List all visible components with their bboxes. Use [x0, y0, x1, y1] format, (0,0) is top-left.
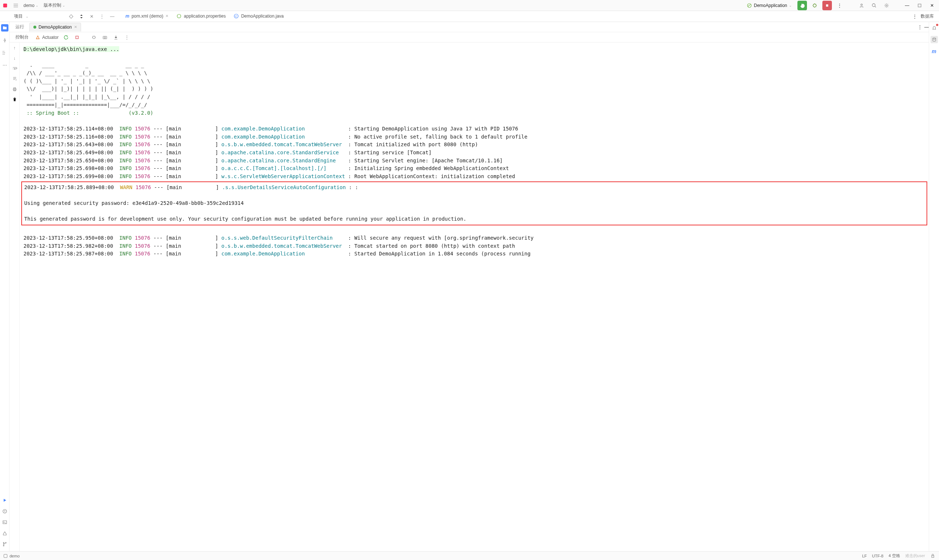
svg-point-4: [861, 4, 862, 5]
svg-rect-21: [14, 88, 15, 89]
console-tab[interactable]: 控制台: [12, 32, 32, 42]
chevron-down-icon: ⌄: [789, 4, 792, 7]
svg-point-6: [886, 5, 887, 6]
status-line-ending[interactable]: LF: [862, 554, 867, 558]
run-tab-label: DemoApplication: [39, 25, 72, 30]
git-icon[interactable]: [2, 541, 8, 548]
actuator-tab[interactable]: Actuator: [35, 35, 59, 40]
tab-label: DemoApplication.java: [241, 14, 284, 19]
svg-point-23: [933, 38, 936, 39]
search-icon[interactable]: [869, 1, 879, 10]
terminal-icon[interactable]: [2, 519, 8, 526]
stop-button[interactable]: [822, 1, 832, 10]
project-tool-icon[interactable]: [1, 24, 8, 32]
svg-point-8: [70, 15, 72, 18]
clear-icon[interactable]: [11, 96, 18, 103]
main: 运行 DemoApplication ✕ ⋮ — 控制台 Actuator: [9, 22, 929, 551]
scroll-down-icon[interactable]: ↓: [11, 55, 18, 62]
console-side-actions: ↑ ↓: [9, 43, 20, 551]
notifications-icon[interactable]: [931, 24, 938, 32]
project-selector[interactable]: demo⌄: [23, 3, 39, 8]
status-project: demo: [9, 554, 20, 558]
left-gutter: ⋯: [0, 22, 9, 551]
tab-label: application.properties: [184, 14, 225, 19]
settings-icon[interactable]: [882, 1, 891, 10]
run-config-selector[interactable]: DemoApplication ⌄: [744, 2, 794, 9]
svg-rect-7: [918, 4, 921, 7]
svg-point-14: [2, 52, 3, 53]
print-icon[interactable]: [11, 86, 18, 92]
structure-icon[interactable]: [1, 49, 8, 57]
close-icon[interactable]: ✕: [74, 25, 77, 29]
more-icon[interactable]: ⋮: [98, 13, 106, 20]
snapshot-icon[interactable]: [101, 34, 109, 41]
run-button[interactable]: [797, 1, 807, 10]
locate-icon[interactable]: [68, 13, 75, 20]
project-label[interactable]: 项目: [14, 13, 23, 19]
nav-row: 项目 ⌄ ✕ ⋮ — m pom.xml (demo) ✕ applicatio…: [0, 11, 939, 22]
right-gutter: m: [929, 22, 939, 551]
editor-tabs: m pom.xml (demo) ✕ application.propertie…: [122, 12, 288, 21]
chevron-down-icon: ⌄: [26, 15, 29, 18]
status-charset[interactable]: UTF-8: [872, 554, 883, 558]
more-icon[interactable]: ⋮: [123, 34, 131, 41]
more-icon[interactable]: ⋮: [918, 25, 922, 30]
stop-console-icon[interactable]: [73, 34, 81, 41]
svg-point-9: [177, 14, 181, 18]
chevron-down-icon: ⌄: [35, 4, 39, 7]
run-tabs: 运行 DemoApplication ✕ ⋮ —: [9, 22, 929, 32]
svg-point-15: [2, 54, 3, 55]
more-actions-icon[interactable]: ⋮: [835, 1, 844, 10]
debug-button[interactable]: [810, 1, 819, 10]
svg-point-19: [104, 37, 106, 38]
export-icon[interactable]: [112, 34, 120, 41]
minimize-panel-icon[interactable]: —: [924, 25, 929, 30]
database-tool-icon[interactable]: [931, 36, 938, 43]
vcs-label: 版本控制: [44, 2, 61, 8]
app-logo-icon: [2, 3, 8, 8]
commit-icon[interactable]: [1, 37, 8, 44]
console-output[interactable]: D:\develop\jdk\bin\java.exe ... . ____ _…: [20, 43, 929, 551]
scroll-up-icon[interactable]: ↑: [11, 45, 18, 51]
maximize-icon[interactable]: [915, 1, 924, 10]
close-panel-icon[interactable]: ✕: [88, 13, 96, 20]
more-icon[interactable]: ⋮: [913, 14, 917, 19]
close-icon[interactable]: ✕: [165, 14, 168, 18]
status-watermark: 难念的user: [905, 553, 925, 558]
maven-icon: m: [125, 14, 130, 19]
debug-log-icon[interactable]: [90, 34, 97, 41]
statusbar: demo LF UTF-8 4 空格 难念的user: [0, 551, 939, 560]
soft-wrap-icon[interactable]: [11, 65, 18, 72]
svg-text:C: C: [236, 15, 238, 18]
rerun-icon[interactable]: [62, 34, 70, 41]
running-dot-icon: [33, 26, 36, 29]
chevron-down-icon: ⌄: [62, 4, 65, 7]
run-tab-demoapplication[interactable]: DemoApplication ✕: [29, 23, 81, 32]
run-tool-icon[interactable]: [2, 497, 8, 503]
minimize-panel-icon[interactable]: —: [109, 13, 116, 20]
more-tools-icon[interactable]: ⋯: [1, 62, 8, 69]
titlebar: demo⌄ 版本控制⌄ DemoApplication ⌄ ⋮ — ✕: [0, 0, 939, 11]
minimize-icon[interactable]: —: [902, 1, 912, 10]
spring-leaf-icon: [747, 3, 752, 8]
tab-pom[interactable]: m pom.xml (demo) ✕: [122, 12, 172, 21]
tab-demoapplication[interactable]: C DemoApplication.java: [230, 12, 287, 21]
hamburger-icon[interactable]: [13, 3, 19, 8]
expand-all-icon[interactable]: [78, 13, 85, 20]
run-config-label: DemoApplication: [754, 3, 787, 8]
close-icon[interactable]: ✕: [927, 1, 937, 10]
tab-application-properties[interactable]: application.properties: [173, 12, 229, 21]
scroll-to-end-icon[interactable]: [11, 75, 18, 82]
svg-rect-29: [932, 555, 934, 557]
svg-rect-16: [76, 36, 78, 38]
status-indicator-icon[interactable]: [4, 554, 7, 558]
problems-icon[interactable]: [2, 508, 8, 515]
status-indent[interactable]: 4 空格: [888, 553, 900, 558]
svg-point-1: [748, 3, 752, 7]
database-label[interactable]: 数据库: [920, 13, 934, 19]
build-icon[interactable]: [2, 530, 8, 537]
readonly-lock-icon[interactable]: [930, 553, 935, 559]
vcs-selector[interactable]: 版本控制⌄: [44, 2, 65, 8]
account-icon[interactable]: [857, 1, 867, 10]
maven-tool-icon[interactable]: m: [931, 48, 938, 55]
